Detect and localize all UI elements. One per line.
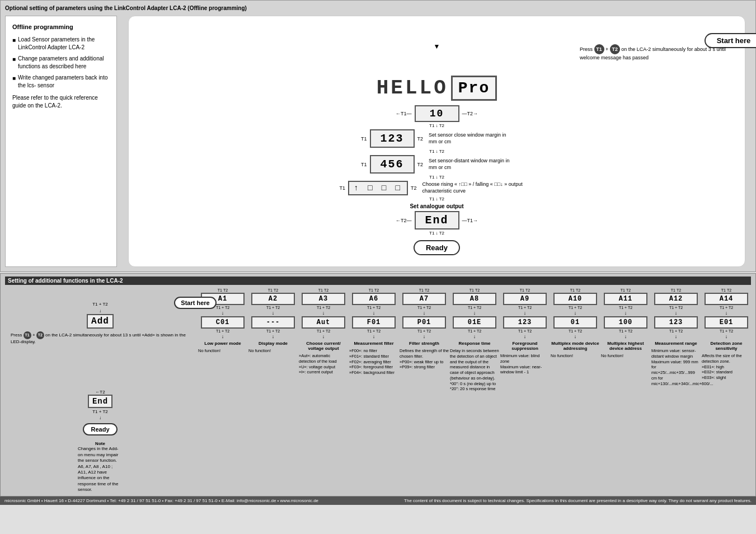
menu-col-1: T1T2A2T1 + T2↓---T1 + T2↓Display modeNo … <box>248 288 298 392</box>
hello-display: HELLO Pro <box>140 76 734 101</box>
menu-display-8: A11 <box>604 293 647 305</box>
menu-col-6: T1T2A9T1 + T2↓123T1 + T2↓Foreground supp… <box>500 288 550 392</box>
t1t2-mid-2: T1 + T2 <box>317 306 330 310</box>
t1t2-top-2: T1T2 <box>318 288 328 292</box>
t1t2-mid-1: T1 + T2 <box>266 306 280 310</box>
t1t2-top-9: T1T2 <box>671 288 681 292</box>
menu-display-7: A10 <box>553 293 597 305</box>
t1t2-mid-4: T1 + T2 <box>417 306 431 310</box>
t1t2-bot-8: T1 + T2 <box>619 329 632 333</box>
main-container: Optional setting of parameters using the… <box>0 0 756 505</box>
col-label-9: Measurement range <box>651 341 701 346</box>
bullet-2: ■ <box>12 55 16 63</box>
offline-box: Offline programming ■Load Sensor paramet… <box>5 16 117 267</box>
col-label-6: Foreground suppression <box>500 341 550 351</box>
arr2-9: ↓ <box>675 334 678 339</box>
t1-left-arrow: ←T1— <box>396 111 412 116</box>
close-window-note: Set sensor close window margin in mm or … <box>429 132 513 145</box>
menu-section: T1T2A1T1 + T2↓C01T1 + T2↓Low power modeN… <box>198 288 751 394</box>
menu-display-4: A7 <box>402 293 446 305</box>
add-display: Add <box>87 314 114 329</box>
top-title: Optional setting of parameters using the… <box>5 5 751 11</box>
t1t2-bot-6: T1 + T2 <box>518 329 532 333</box>
t1t2-bot-3: T1 + T2 <box>367 329 381 333</box>
bottom-t1t2-1: T1 + T2 <box>92 302 108 307</box>
arr-10: ↓ <box>725 310 728 316</box>
arr2-5: ↓ <box>473 334 476 339</box>
desc-2: »Aut«: automatic detection of the load »… <box>299 353 348 375</box>
t1t2-bot-1: T1 + T2 <box>266 329 280 333</box>
sub-display-2: Aut <box>302 316 345 329</box>
desc-10: Affects the size of the detection zone. … <box>702 353 751 381</box>
t1t2-bot-5: T1 + T2 <box>468 329 481 333</box>
down-arrow-b: ↓ <box>99 308 101 313</box>
arr2-10: ↓ <box>725 334 728 339</box>
arr2-6: ↓ <box>524 334 527 339</box>
footer: microsonic GmbH • Hauert 16 • D-44227 Do… <box>0 496 756 505</box>
t1t2-label-3: T1 ↓ T2 <box>140 175 734 180</box>
end-ready-col: Start here T1 + T2 ↓ Add Press T1 + T2 o… <box>5 288 195 493</box>
arr2-0: ↓ <box>222 334 224 339</box>
end-ready-bottom: ←T2 End T1 + T2 ↓ Ready Note Changes in … <box>78 390 123 493</box>
desc-3: »F00«: no filter »F01«: standard filter … <box>349 348 398 376</box>
footer-right: The content of this document is subject … <box>404 498 752 503</box>
t1-label-2: T1 <box>361 136 367 142</box>
t1t2-mid-8: T1 + T2 <box>619 306 632 310</box>
menu-displays-row: T1T2A1T1 + T2↓C01T1 + T2↓Low power modeN… <box>198 288 751 392</box>
menu-col-2: T1T2A3T1 + T2↓AutT1 + T2↓Choose current/… <box>299 288 348 392</box>
bottom-t1t2-end: T1 + T2 <box>92 409 108 414</box>
t1t2-mid-6: T1 + T2 <box>518 306 532 310</box>
bottom-section: Setting of additional functions in the L… <box>0 273 756 496</box>
menu-col-10: T1T2A14T1 + T2↓E01T1 + T2↓Detection zone… <box>702 288 751 392</box>
sub-display-6: 123 <box>503 316 547 329</box>
note-text: Changes in the Add-on menu may impair th… <box>78 446 123 493</box>
t1t2-mid-7: T1 + T2 <box>569 306 582 310</box>
bottom-title: Setting of additional functions in the L… <box>5 277 751 285</box>
hello-text: HELLO <box>377 77 448 100</box>
bottom-main: Start here T1 + T2 ↓ Add Press T1 + T2 o… <box>5 288 751 493</box>
arr-5: ↓ <box>473 310 476 316</box>
col-label-7: Multiplex mode device addressing <box>551 341 600 351</box>
t1t2-top-6: T1T2 <box>520 288 530 292</box>
offline-note: Please refer to the quick reference guid… <box>12 94 110 110</box>
menu-col-9: T1T2A12T1 + T2↓123T1 + T2↓Measurement ra… <box>651 288 701 392</box>
press-instruction: Press T1 + T2 on the LCA-2 simultaneousl… <box>580 44 736 62</box>
sub-display-4: P01 <box>402 316 446 329</box>
col-label-3: Measurement filter <box>349 341 398 346</box>
offline-item-1: ■Load Sensor parameters in the LinkContr… <box>12 36 110 51</box>
sub-display-7: 01 <box>553 316 597 329</box>
arr-9: ↓ <box>675 310 678 316</box>
col-label-5: Response time <box>450 341 499 346</box>
desc-8: No function! <box>601 353 650 359</box>
note-label: Note <box>95 441 105 446</box>
t2-end-arrow: ←T2 <box>95 390 105 395</box>
t2-label-3: T2 <box>417 162 424 167</box>
flowchart-area: Start here ▼ HELLO Pro Press T1 + T2 <box>128 16 745 267</box>
arr2-8: ↓ <box>624 334 627 339</box>
menu-display-3: A6 <box>352 293 396 305</box>
col-label-4: Filter strength <box>400 341 449 346</box>
arr-7: ↓ <box>574 310 577 316</box>
t1t2-top-7: T1T2 <box>570 288 580 292</box>
t1t2-mid-5: T1 + T2 <box>468 306 481 310</box>
desc-6: Minimum value: blind zone Maximum value:… <box>500 353 550 375</box>
t1t2-bot-9: T1 + T2 <box>669 329 683 333</box>
col-label-1: Display mode <box>248 341 298 346</box>
t1t2-top-3: T1T2 <box>369 288 379 292</box>
arr-3: ↓ <box>373 310 375 316</box>
t1-right: —T1→ <box>462 218 478 223</box>
arr-0: ↓ <box>222 310 224 316</box>
t2-label-4: T2 <box>411 185 417 191</box>
flow-step-1: ←T1— 10 —T2→ <box>140 105 734 122</box>
col-label-2: Choose current/ voltage output <box>299 341 348 351</box>
t1t2-label-1: T1 ↓ T2 <box>140 123 734 128</box>
arr-6: ↓ <box>524 310 527 316</box>
display-456: 456 <box>370 155 415 174</box>
sub-display-3: F01 <box>352 316 396 329</box>
arr-2: ↓ <box>322 310 325 316</box>
display-end: End <box>415 211 459 229</box>
bullet-1: ■ <box>12 36 16 44</box>
flow-step-2: T1 123 T2 Set sensor close window margin… <box>140 129 734 148</box>
bottom-t1-btn: T1 <box>24 331 31 339</box>
t1t2-top-0: T1T2 <box>218 288 228 292</box>
